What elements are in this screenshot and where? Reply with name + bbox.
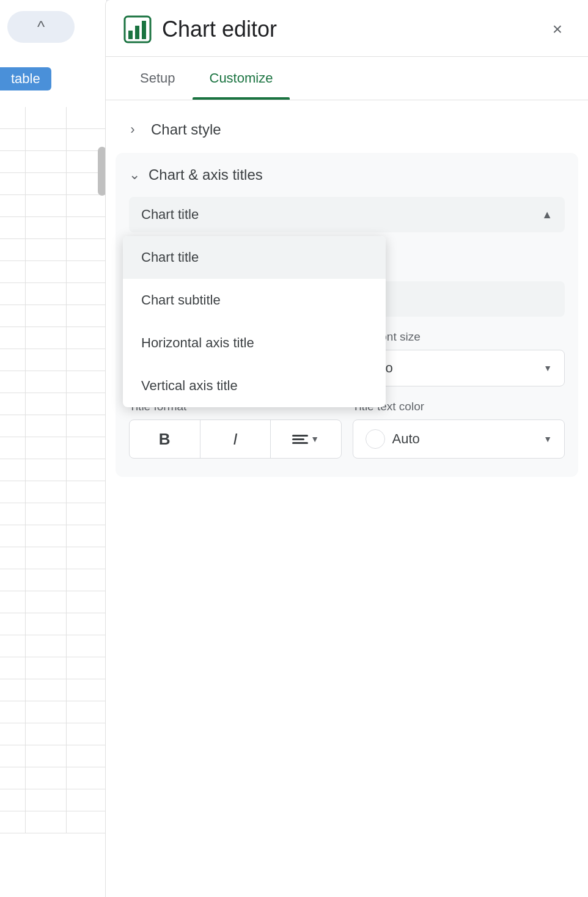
chart-editor-panel: Chart editor × Setup Customize › Chart s… xyxy=(105,0,588,897)
chart-axis-titles-title: Chart & axis titles xyxy=(149,166,263,183)
chart-style-section-header[interactable]: › Chart style xyxy=(106,106,588,153)
dropdown-selected-value: Chart title xyxy=(141,207,199,223)
collapse-icon: ^ xyxy=(37,18,45,37)
dropdown-item-chart-subtitle[interactable]: Chart subtitle xyxy=(123,279,386,322)
tabs-bar: Setup Customize xyxy=(106,57,588,100)
spreadsheet-grid xyxy=(0,107,107,897)
color-swatch xyxy=(366,429,385,449)
title-font-size-caret-icon: ▼ xyxy=(543,363,552,373)
align-caret-icon: ▼ xyxy=(311,434,319,444)
panel-title: Chart editor xyxy=(162,17,544,42)
panel-header: Chart editor × xyxy=(106,0,588,57)
color-caret-icon: ▼ xyxy=(543,434,552,444)
italic-button[interactable]: I xyxy=(200,420,271,458)
svg-rect-2 xyxy=(135,26,139,39)
tab-setup[interactable]: Setup xyxy=(123,57,193,100)
dropdown-item-vertical-axis[interactable]: Vertical axis title xyxy=(123,364,386,407)
chevron-right-icon: › xyxy=(123,120,142,139)
dropdown-item-chart-title[interactable]: Chart title xyxy=(123,236,386,279)
chart-axis-titles-header[interactable]: ⌄ Chart & axis titles xyxy=(129,166,565,183)
dropdown-arrow-up-icon: ▲ xyxy=(542,209,553,221)
format-row: Title format B I ▼ xyxy=(129,400,565,459)
title-type-dropdown-menu: Chart title Chart subtitle Horizontal ax… xyxy=(123,236,386,407)
chart-bar-icon xyxy=(123,15,152,44)
svg-rect-3 xyxy=(142,21,146,39)
bold-button[interactable]: B xyxy=(130,420,200,458)
title-text-color-dropdown[interactable]: Auto ▼ xyxy=(353,419,565,459)
collapse-button[interactable]: ^ xyxy=(7,11,75,43)
title-type-dropdown-container: Chart title ▲ Chart title Chart subtitle… xyxy=(129,197,565,232)
dropdown-item-horizontal-axis[interactable]: Horizontal axis title xyxy=(123,322,386,364)
tab-customize[interactable]: Customize xyxy=(193,57,290,100)
chart-axis-titles-section: ⌄ Chart & axis titles Chart title ▲ Char… xyxy=(116,153,578,477)
spreadsheet-background: ^ table xyxy=(0,0,107,897)
table-tag: table xyxy=(0,67,51,90)
title-format-buttons: B I ▼ xyxy=(129,419,342,459)
color-value: Auto xyxy=(392,431,420,447)
align-button[interactable]: ▼ xyxy=(271,420,341,458)
align-icon xyxy=(292,435,308,444)
chevron-down-icon: ⌄ xyxy=(129,167,140,183)
panel-body: › Chart style ⌄ Chart & axis titles Char… xyxy=(106,100,588,897)
title-type-dropdown[interactable]: Chart title ▲ xyxy=(129,197,565,232)
close-button[interactable]: × xyxy=(544,16,571,43)
chart-style-section-title: Chart style xyxy=(151,121,221,138)
title-text-color-group: Title text color Auto ▼ xyxy=(353,400,565,459)
title-format-group: Title format B I ▼ xyxy=(129,400,342,459)
svg-rect-1 xyxy=(128,31,133,39)
